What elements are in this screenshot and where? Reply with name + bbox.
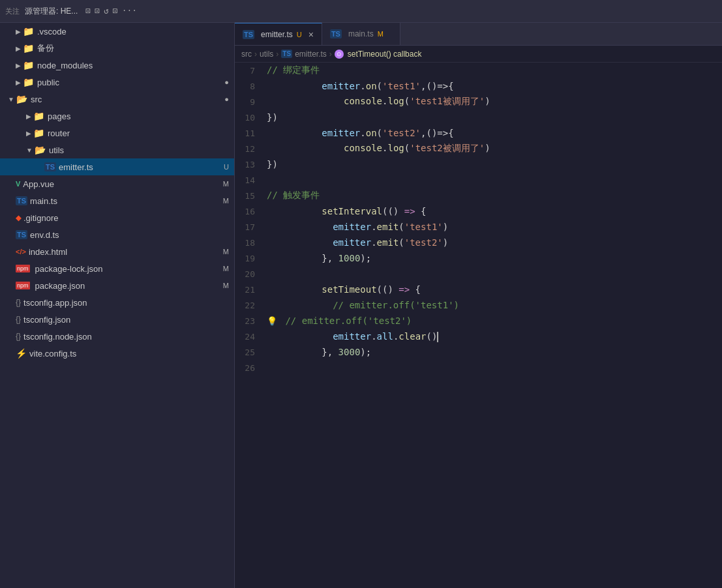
new-file-icon[interactable]: ⊡ bbox=[85, 6, 91, 16]
sidebar-item-tsconfigapp[interactable]: {} tsconfig.app.json bbox=[0, 294, 234, 311]
sidebar-item-emitter[interactable]: TS emitter.ts U bbox=[0, 158, 234, 175]
badge: M bbox=[223, 180, 229, 188]
main-layout: ▶ 📁 .vscode ▶ 📁 备份 ▶ 📁 node_modules ▶ bbox=[0, 23, 722, 588]
breadcrumb-sep: › bbox=[254, 50, 257, 59]
refresh-icon[interactable]: ↺ bbox=[104, 6, 109, 16]
breadcrumb-utils[interactable]: utils bbox=[260, 50, 273, 59]
badge: U bbox=[224, 163, 229, 171]
arrow-icon: ▶ bbox=[16, 62, 21, 69]
line-number: 8 bbox=[235, 81, 264, 91]
line-number: 21 bbox=[235, 285, 264, 295]
sidebar-item-src[interactable]: ▼ 📂 src ● bbox=[0, 91, 234, 108]
sidebar-item-viteconfig[interactable]: ⚡ vite.config.ts bbox=[0, 345, 234, 362]
sidebar-item-packagejson[interactable]: npm package.json M bbox=[0, 277, 234, 294]
sidebar-item-label: tsconfig.json bbox=[23, 315, 70, 325]
editor-area: TS emitter.ts U × TS main.ts M src › uti… bbox=[235, 23, 722, 588]
sidebar-item-vscode[interactable]: ▶ 📁 .vscode bbox=[0, 23, 234, 40]
collapse-icon[interactable]: ⊡ bbox=[113, 6, 118, 16]
npm-icon: npm bbox=[16, 282, 30, 289]
sidebar-item-maints[interactable]: TS main.ts M bbox=[0, 192, 234, 209]
badge-dot: ● bbox=[224, 78, 229, 86]
close-link[interactable]: 关注 bbox=[5, 7, 20, 16]
tab-main[interactable]: TS main.ts M bbox=[322, 23, 400, 45]
line-number: 13 bbox=[235, 160, 264, 169]
bulb-icon[interactable]: 💡 bbox=[267, 316, 277, 326]
line-content: }, 3000); bbox=[264, 336, 722, 368]
ts-icon: TS bbox=[243, 30, 254, 39]
code-editor[interactable]: 7 // 绑定事件 8 emitter.on('test1',()=>{ 9 c… bbox=[235, 63, 722, 588]
tab-label: emitter.ts bbox=[261, 30, 293, 39]
line-content: 💡 // emitter.off('test2') bbox=[264, 316, 722, 326]
arrow-down-icon: ▼ bbox=[26, 147, 33, 154]
ts-icon: TS bbox=[44, 162, 56, 171]
sidebar-item-label: env.d.ts bbox=[30, 230, 59, 240]
sidebar-item-gitignore[interactable]: ◆ .gitignore bbox=[0, 209, 234, 226]
ts-icon: TS bbox=[16, 196, 27, 205]
sidebar-item-label: src bbox=[31, 95, 42, 104]
line-number: 16 bbox=[235, 207, 264, 216]
sidebar-item-label: package-lock.json bbox=[35, 264, 103, 274]
sidebar-item-appvue[interactable]: V App.vue M bbox=[0, 175, 234, 192]
sidebar-item-node-modules[interactable]: ▶ 📁 node_modules bbox=[0, 57, 234, 74]
folder-icon: 📁 bbox=[23, 77, 34, 87]
sidebar-item-public[interactable]: ▶ 📁 public ● bbox=[0, 74, 234, 91]
code-line-25: 25 }, 3000); bbox=[235, 344, 722, 360]
arrow-down-icon: ▼ bbox=[8, 96, 14, 103]
folder-icon: 📁 bbox=[33, 111, 44, 121]
npm-icon: npm bbox=[16, 265, 30, 272]
title-bar-icons: ⊡ ⊡ ↺ ⊡ ··· bbox=[85, 6, 137, 16]
line-content: }) bbox=[264, 159, 722, 169]
sidebar-item-indexhtml[interactable]: </> index.html M bbox=[0, 243, 234, 260]
sidebar-item-label: tsconfig.node.json bbox=[23, 332, 92, 342]
sidebar-item-label: utils bbox=[49, 145, 64, 155]
line-number: 14 bbox=[235, 175, 264, 185]
sidebar-item-label: index.html bbox=[29, 247, 67, 257]
code-line-22: 22 // emitter.off('test1') bbox=[235, 297, 722, 313]
breadcrumb-emitter[interactable]: emitter.ts bbox=[295, 50, 327, 59]
new-folder-icon[interactable]: ⊡ bbox=[95, 6, 100, 16]
sidebar-item-envd[interactable]: TS env.d.ts bbox=[0, 226, 234, 243]
line-number: 26 bbox=[235, 363, 264, 373]
json-icon: {} bbox=[16, 315, 21, 324]
sidebar-item-label: pages bbox=[48, 111, 70, 121]
sidebar-item-pages[interactable]: ▶ 📁 pages bbox=[0, 108, 234, 125]
folder-orange-icon: 📁 bbox=[23, 60, 34, 70]
line-number: 9 bbox=[235, 97, 264, 107]
breadcrumb: src › utils › TS emitter.ts › ⊙ setTimeo… bbox=[235, 46, 722, 63]
sidebar-item-utils[interactable]: ▼ 📂 utils bbox=[0, 141, 234, 158]
tab-emitter[interactable]: TS emitter.ts U × bbox=[235, 23, 322, 45]
arrow-icon: ▶ bbox=[26, 113, 31, 120]
sidebar-item-label: .gitignore bbox=[23, 213, 58, 223]
sidebar-item-packagelock[interactable]: npm package-lock.json M bbox=[0, 260, 234, 277]
line-number: 12 bbox=[235, 144, 264, 154]
sidebar-item-router[interactable]: ▶ 📁 router bbox=[0, 125, 234, 141]
sidebar-item-label: App.vue bbox=[23, 179, 54, 189]
sidebar-item-tsconfignode[interactable]: {} tsconfig.node.json bbox=[0, 328, 234, 345]
breadcrumb-ts-icon: TS bbox=[281, 50, 292, 58]
vue-icon: V bbox=[16, 180, 20, 188]
arrow-icon: ▶ bbox=[16, 28, 21, 35]
breadcrumb-src[interactable]: src bbox=[241, 50, 252, 59]
badge: ● bbox=[224, 95, 229, 103]
folder-open-icon: 📂 bbox=[16, 94, 27, 104]
sidebar: ▶ 📁 .vscode ▶ 📁 备份 ▶ 📁 node_modules ▶ bbox=[0, 23, 235, 588]
sidebar-item-label: node_modules bbox=[37, 61, 93, 70]
breadcrumb-func[interactable]: setTimeout() callback bbox=[348, 50, 422, 59]
badge: M bbox=[223, 265, 229, 272]
title-bar-label: 源管理器: HE... bbox=[25, 6, 78, 17]
line-number: 18 bbox=[235, 238, 264, 248]
ts-icon: TS bbox=[330, 29, 342, 38]
line-number: 25 bbox=[235, 347, 264, 357]
line-number: 24 bbox=[235, 332, 264, 342]
tab-close-button[interactable]: × bbox=[308, 29, 314, 40]
sidebar-item-tsconfig[interactable]: {} tsconfig.json bbox=[0, 311, 234, 328]
code-line-9: 9 console.log('test1被调用了') bbox=[235, 94, 722, 110]
line-number: 10 bbox=[235, 113, 264, 123]
json-icon: {} bbox=[16, 298, 21, 307]
html-icon: </> bbox=[16, 248, 26, 256]
line-number: 19 bbox=[235, 254, 264, 263]
tab-bar: TS emitter.ts U × TS main.ts M bbox=[235, 23, 722, 46]
more-icon[interactable]: ··· bbox=[122, 6, 137, 16]
code-line-12: 12 console.log('test2被调用了') bbox=[235, 141, 722, 156]
sidebar-item-backup[interactable]: ▶ 📁 备份 bbox=[0, 40, 234, 57]
